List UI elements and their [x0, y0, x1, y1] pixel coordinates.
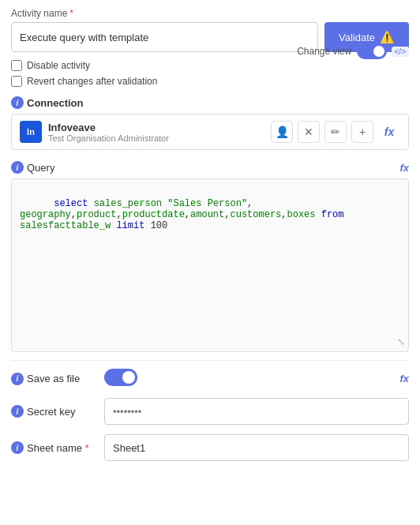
disable-activity-label: Disable activity: [27, 60, 90, 71]
sheet-name-label-group: i Sheet name *: [11, 441, 98, 454]
activity-name-input[interactable]: [11, 22, 318, 52]
divider: [11, 360, 409, 361]
connection-actions: 👤 ✕ ✏ + fx: [271, 121, 400, 143]
secret-key-row: i Secret key: [11, 398, 409, 425]
sheet-name-info-icon: i: [11, 441, 24, 454]
sheet-name-row: i Sheet name *: [11, 434, 409, 461]
connection-logo: In: [20, 121, 42, 143]
save-file-fx-icon[interactable]: fx: [399, 373, 409, 384]
connection-edit-button[interactable]: ✏: [324, 121, 347, 143]
sheet-name-label: Sheet name *: [27, 442, 89, 454]
save-as-file-toggle-container: [104, 369, 393, 388]
connection-info: Infoveave Test Organisation Administrato…: [48, 122, 264, 143]
connection-section-header: i Connection: [11, 96, 409, 109]
connection-info-icon: i: [11, 96, 24, 109]
query-section: i Query fx select sales_person "Sales Pe…: [11, 161, 409, 352]
secret-key-label-group: i Secret key: [11, 405, 98, 418]
connection-close-button[interactable]: ✕: [298, 121, 320, 143]
connection-name: Infoveave: [48, 122, 264, 133]
revert-changes-label: Revert changes after validation: [27, 76, 157, 87]
connection-person-button[interactable]: 👤: [271, 121, 293, 143]
close-icon: ✕: [304, 126, 313, 138]
sheet-name-input[interactable]: [104, 434, 409, 461]
save-as-file-label: Save as file: [27, 373, 80, 384]
person-icon: 👤: [276, 126, 289, 138]
query-editor[interactable]: select sales_person "Sales Person", geog…: [11, 178, 409, 352]
activity-name-label: Activity name *: [11, 8, 409, 19]
save-as-file-row: i Save as file fx: [11, 369, 409, 388]
query-fx-icon[interactable]: fx: [399, 162, 409, 174]
query-label: Query: [27, 162, 54, 174]
disable-activity-checkbox[interactable]: [11, 60, 22, 71]
secret-key-input[interactable]: [104, 398, 409, 425]
connection-box: In Infoveave Test Organisation Administr…: [11, 114, 409, 150]
connection-fx-button[interactable]: fx: [378, 121, 400, 143]
edit-icon: ✏: [331, 126, 340, 138]
connection-label: Connection: [27, 97, 84, 109]
plus-icon: +: [359, 126, 366, 138]
query-info-icon: i: [11, 161, 24, 174]
query-section-header: i Query fx: [11, 161, 409, 174]
save-as-file-label-group: i Save as file: [11, 373, 98, 385]
connection-sub: Test Organisation Administrator: [48, 133, 264, 143]
connection-add-button[interactable]: +: [351, 121, 373, 143]
change-view-row: Change view </>: [297, 43, 409, 59]
resize-handle[interactable]: ⤡: [397, 336, 405, 348]
revert-changes-checkbox[interactable]: [11, 76, 22, 87]
code-tag: </>: [392, 47, 409, 57]
change-view-label: Change view: [297, 46, 351, 57]
save-as-file-toggle[interactable]: [104, 369, 137, 386]
secret-key-label: Secret key: [27, 406, 75, 418]
secret-key-info-icon: i: [11, 405, 24, 418]
warning-icon: ⚠️: [380, 30, 395, 44]
fx-icon: fx: [384, 126, 394, 138]
save-file-info-icon: i: [11, 373, 24, 385]
change-view-toggle[interactable]: [357, 43, 387, 59]
